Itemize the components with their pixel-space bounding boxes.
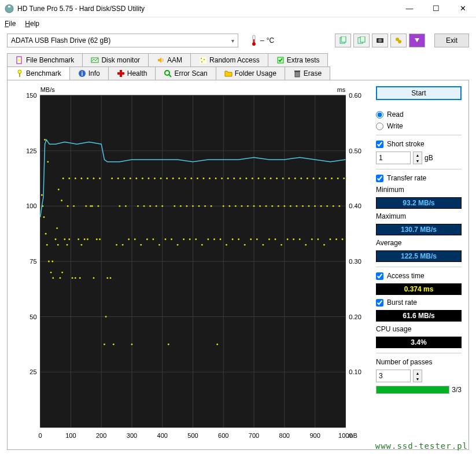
svg-point-121: [232, 238, 234, 240]
disk-monitor-icon: [91, 56, 99, 64]
tab-disk-monitor[interactable]: Disk monitor: [82, 53, 149, 67]
menu-file[interactable]: File: [5, 20, 16, 28]
svg-point-135: [317, 238, 319, 240]
short-stroke-checkbox[interactable]: [376, 141, 383, 148]
write-label: Write: [387, 122, 403, 130]
temp-unit: °C: [267, 36, 274, 45]
svg-point-146: [91, 205, 93, 207]
svg-point-122: [238, 238, 239, 240]
burst-rate-checkbox[interactable]: [376, 299, 383, 307]
tab-error-scan[interactable]: Error Scan: [155, 67, 216, 80]
short-stroke-input[interactable]: [376, 152, 411, 164]
svg-point-225: [270, 178, 272, 179]
svg-text:400: 400: [157, 432, 168, 439]
svg-point-18: [204, 59, 205, 60]
passes-input[interactable]: [376, 370, 411, 382]
svg-point-183: [320, 205, 322, 207]
save-screenshot-button[interactable]: [372, 34, 388, 47]
passes-spinner[interactable]: ▲▼: [413, 370, 422, 382]
tab-extra-tests[interactable]: Extra tests: [268, 53, 329, 67]
svg-point-149: [113, 344, 115, 345]
svg-point-204: [142, 178, 143, 179]
svg-text:0.50: 0.50: [349, 147, 361, 154]
svg-point-148: [106, 277, 108, 279]
tab-label: Folder Usage: [235, 69, 276, 77]
svg-point-160: [180, 205, 182, 207]
drive-select[interactable]: ADATA USB Flash Drive (62 gB) ▾: [7, 34, 238, 47]
svg-point-201: [123, 178, 125, 179]
svg-point-133: [305, 244, 307, 246]
svg-point-214: [203, 178, 205, 179]
read-radio[interactable]: Read: [376, 110, 462, 119]
svg-point-99: [99, 238, 101, 240]
svg-point-174: [265, 205, 267, 207]
write-radio[interactable]: Write: [376, 122, 462, 130]
svg-point-95: [87, 238, 88, 240]
svg-point-227: [282, 178, 284, 179]
svg-point-19: [201, 61, 202, 62]
settings-button[interactable]: [390, 34, 407, 47]
tab-info[interactable]: iInfo: [69, 67, 109, 80]
svg-point-93: [80, 244, 82, 246]
tab-benchmark[interactable]: Benchmark: [7, 67, 70, 80]
svg-point-211: [185, 178, 186, 179]
copy-screenshot-button[interactable]: [353, 34, 370, 47]
menubar: File Help: [0, 17, 476, 30]
svg-point-168: [228, 205, 230, 207]
svg-point-152: [131, 344, 133, 345]
access-time-check[interactable]: Access time: [376, 272, 462, 280]
access-time-checkbox[interactable]: [376, 272, 383, 280]
start-button[interactable]: Start: [376, 86, 462, 100]
svg-point-176: [278, 205, 279, 207]
svg-point-104: [128, 238, 130, 240]
svg-point-220: [239, 178, 241, 179]
minimize-tray-button[interactable]: [409, 34, 425, 47]
tab-file-benchmark[interactable]: File Benchmark: [7, 53, 83, 67]
random-access-icon: [199, 56, 207, 64]
svg-point-207: [160, 178, 162, 179]
svg-point-88: [67, 244, 68, 246]
transfer-rate-check[interactable]: Transfer rate: [376, 174, 462, 182]
close-button[interactable]: ✕: [449, 0, 476, 17]
tab-folder-usage[interactable]: Folder Usage: [216, 67, 285, 80]
menu-help[interactable]: Help: [25, 20, 39, 28]
svg-point-138: [335, 238, 337, 240]
minimize-button[interactable]: —: [396, 0, 423, 17]
svg-point-216: [215, 178, 217, 179]
svg-point-228: [288, 178, 290, 179]
read-label: Read: [387, 110, 404, 119]
tab-aam[interactable]: AAM: [148, 53, 191, 67]
copy-info-button[interactable]: [335, 34, 351, 47]
svg-point-223: [258, 178, 260, 179]
svg-point-150: [119, 205, 120, 207]
tab-health[interactable]: Health: [108, 67, 156, 80]
svg-point-141: [61, 200, 62, 201]
svg-point-117: [207, 238, 209, 240]
svg-text:100: 100: [65, 432, 76, 439]
svg-text:0.60: 0.60: [349, 92, 361, 99]
cpu-value: 3.4%: [376, 337, 462, 348]
svg-point-145: [85, 205, 87, 207]
svg-point-172: [253, 205, 255, 207]
read-radio-input[interactable]: [376, 111, 383, 119]
svg-rect-6: [341, 36, 346, 42]
exit-button[interactable]: Exit: [434, 34, 469, 47]
tab-erase[interactable]: Erase: [285, 67, 330, 80]
maximize-button[interactable]: ☐: [423, 0, 449, 17]
transfer-rate-checkbox[interactable]: [376, 175, 383, 182]
svg-point-222: [252, 178, 253, 179]
tab-random-access[interactable]: Random Access: [190, 53, 268, 67]
burst-rate-check[interactable]: Burst rate: [376, 298, 462, 307]
svg-point-199: [111, 178, 113, 179]
svg-point-12: [398, 40, 401, 43]
short-stroke-spinner[interactable]: ▲▼: [413, 152, 422, 164]
svg-point-94: [84, 238, 86, 240]
burst-rate-value: 61.6 MB/s: [376, 310, 462, 322]
svg-point-186: [338, 205, 340, 207]
svg-point-163: [198, 205, 200, 207]
short-stroke-check[interactable]: Short stroke: [376, 140, 462, 148]
write-radio-input[interactable]: [376, 123, 383, 130]
benchmark-chart: 0100200300400500600700800900100025507510…: [12, 85, 374, 445]
benchmark-panel: 0100200300400500600700800900100025507510…: [7, 80, 469, 450]
svg-text:300: 300: [127, 432, 137, 439]
